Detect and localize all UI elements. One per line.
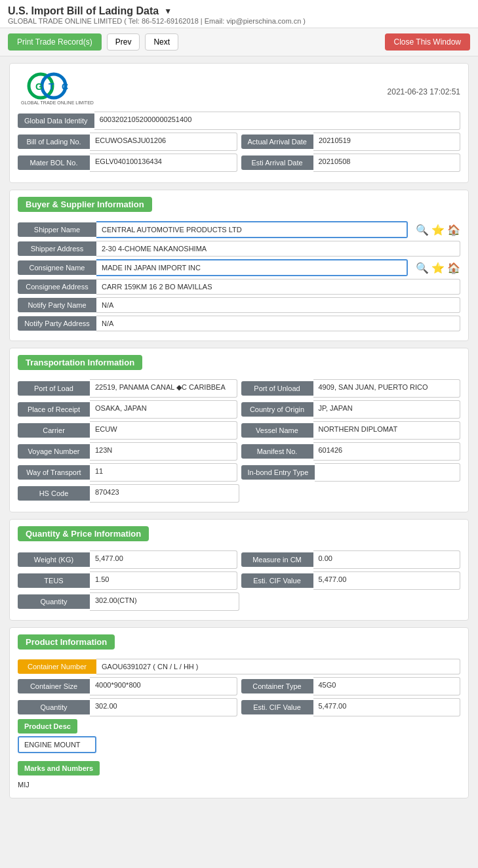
place-receipt-label: Place of Receipt [18,402,90,417]
vessel-name-value: NORTHERN DIPLOMAT [313,421,461,440]
quantity-price-title: Quantity & Price Information [18,526,149,541]
manifest-field: Manifest No. 601426 [241,442,461,461]
shipper-address-field: Shipper Address 2-30 4-CHOME NAKANOSHIMA [18,241,460,257]
prev-button[interactable]: Prev [107,33,140,51]
country-origin-value: JP, JAPAN [313,400,461,419]
svg-text:GLOBAL TRADE ONLINE LIMITED: GLOBAL TRADE ONLINE LIMITED [21,100,94,105]
global-data-value: 60032021052000000251400 [94,112,460,130]
identity-card: G T C GLOBAL TRADE ONLINE LIMITED 2021-0… [9,63,469,183]
product-section: Product Information Container Number GAO… [9,627,469,798]
measure-label: Measure in CM [241,552,313,567]
consignee-home-icon[interactable]: 🏠 [447,262,460,274]
svg-text:C: C [62,81,68,92]
marks-numbers-label[interactable]: Marks and Numbers [18,761,100,775]
actual-arrival-label: Actual Arrival Date [241,134,313,149]
buyer-supplier-section: Buyer & Supplier Information Shipper Nam… [9,190,469,341]
shipper-search-icon[interactable]: 🔍 [416,224,429,236]
consignee-name-value: MADE IN JAPAN IMPORT INC [96,259,408,276]
product-desc-row: Product Desc ENGINE MOUNT [18,719,460,757]
shipper-home-icon[interactable]: 🏠 [447,224,460,236]
svg-text:G: G [35,81,43,92]
actual-arrival-value: 20210519 [313,133,460,151]
page-header: U.S. Import Bill of Lading Data ▼ GLOBAL… [0,0,478,28]
global-data-label: Global Data Identity [18,114,94,128]
vessel-name-label: Vessel Name [241,423,313,438]
quantity-field: Quantity 302.00(CTN) [18,592,239,611]
notify-name-row: Notify Party Name N/A [18,297,460,313]
container-size-value: 4000*900*800 [90,677,237,695]
container-size-label: Container Size [18,679,90,693]
content-area: G T C GLOBAL TRADE ONLINE LIMITED 2021-0… [0,56,478,812]
consignee-search-icon[interactable]: 🔍 [416,262,429,274]
buyer-supplier-header: Buyer & Supplier Information [18,197,460,217]
esti-cif-field: Esti. CIF Value 5,477.00 [241,571,461,590]
notify-name-label: Notify Party Name [18,298,96,312]
measure-field: Measure in CM 0.00 [241,550,461,569]
product-desc-value: ENGINE MOUNT [18,736,96,753]
esti-arrival-field: Esti Arrival Date 20210508 [241,154,461,172]
manifest-value: 601426 [313,442,461,461]
esti-arrival-value: 20210508 [313,154,461,172]
product-desc-label[interactable]: Product Desc [18,719,77,734]
quantity-label: Quantity [18,594,90,609]
page-subtitle: GLOBAL TRADE ONLINE LIMITED ( Tel: 86-51… [8,17,470,25]
manifest-label: Manifest No. [241,444,313,459]
port-unload-label: Port of Unload [241,381,313,396]
carrier-label: Carrier [18,423,90,438]
voyage-number-label: Voyage Number [18,444,90,459]
shipper-name-field: Shipper Name CENTRAL AUTOMOTIVE PRODUCTS… [18,221,408,238]
buyer-supplier-title: Buyer & Supplier Information [18,197,152,212]
place-receipt-value: OSAKA, JAPAN [90,400,237,419]
consignee-star-icon[interactable]: ⭐ [431,262,445,274]
close-button[interactable]: Close This Window [385,33,470,51]
toolbar: Print Trade Record(s) Prev Next Close Th… [0,28,478,56]
shipper-name-row: Shipper Name CENTRAL AUTOMOTIVE PRODUCTS… [18,221,460,238]
hs-code-label: HS Code [18,486,90,501]
weight-value: 5,477.00 [90,550,237,569]
container-number-label: Container Number [18,659,96,674]
shipper-star-icon[interactable]: ⭐ [431,224,445,236]
weight-label: Weight (KG) [18,552,90,567]
port-load-label: Port of Load [18,381,90,396]
product-qty-row: Quantity 302.00 Esti. CIF Value 5,477.00 [18,698,460,716]
teus-label: TEUS [18,573,90,588]
product-qty-label: Quantity [18,700,90,714]
dropdown-icon[interactable]: ▼ [164,7,172,16]
transportation-title: Transportation Information [18,355,142,370]
way-transport-label: Way of Transport [18,465,90,480]
port-unload-field: Port of Unload 4909, SAN JUAN, PUERTO RI… [241,379,461,398]
global-data-row: Global Data Identity 6003202105200000025… [18,112,460,130]
bol-field: Bill of Lading No. ECUWOSASJU01206 [18,133,237,151]
quantity-price-header: Quantity & Price Information [18,526,460,547]
container-number-field: Container Number GAOU6391027 ( CN / L / … [18,659,460,674]
shipper-icons: 🔍 ⭐ 🏠 [416,224,460,236]
weight-row: Weight (KG) 5,477.00 Measure in CM 0.00 [18,550,460,569]
page-title: U.S. Import Bill of Lading Data [8,5,159,17]
country-origin-label: Country of Origin [241,402,313,417]
container-size-row: Container Size 4000*900*800 Container Ty… [18,677,460,695]
bol-label: Bill of Lading No. [18,134,90,149]
bol-value: ECUWOSASJU01206 [90,133,237,151]
bol-row: Bill of Lading No. ECUWOSASJU01206 Actua… [18,133,460,151]
svg-text:T: T [49,81,54,92]
container-type-label: Container Type [241,679,313,693]
logo-area: G T C GLOBAL TRADE ONLINE LIMITED 2021-0… [18,72,460,112]
vessel-name-field: Vessel Name NORTHERN DIPLOMAT [241,421,461,440]
product-qty-field: Quantity 302.00 [18,698,237,716]
consignee-address-value: CARR 159KM 16 2 BO MAVILLAS [96,279,460,295]
way-transport-field: Way of Transport 11 [18,463,237,482]
notify-address-value: N/A [96,316,460,331]
hs-code-row: HS Code 870423 [18,484,460,503]
port-row: Port of Load 22519, PANAMA CANAL ◆C CARI… [18,379,460,398]
print-button[interactable]: Print Trade Record(s) [8,33,102,51]
mater-bol-field: Mater BOL No. EGLV040100136434 [18,154,237,172]
container-number-value: GAOU6391027 ( CN / L / HH ) [96,659,460,674]
transportation-header: Transportation Information [18,355,460,375]
mater-bol-label: Mater BOL No. [18,155,90,170]
next-button[interactable]: Next [145,33,178,51]
teus-field: TEUS 1.50 [18,571,237,590]
container-number-row: Container Number GAOU6391027 ( CN / L / … [18,659,460,674]
logo: G T C GLOBAL TRADE ONLINE LIMITED [18,72,103,112]
port-unload-value: 4909, SAN JUAN, PUERTO RICO [313,379,461,398]
in-bond-label: In-bond Entry Type [241,465,315,480]
